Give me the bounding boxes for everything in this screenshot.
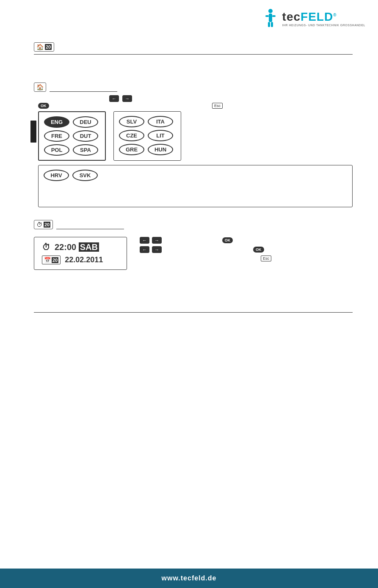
lang-btn-SLV[interactable]: SLV xyxy=(119,116,144,127)
logo-sub: IHR HEIZUNGS- UND TANKTECHNIK GROSSHANDE… xyxy=(282,24,365,27)
svg-point-0 xyxy=(268,9,273,13)
lang-btn-HRV[interactable]: HRV xyxy=(44,170,69,181)
clock-ok-btn-2[interactable]: OK xyxy=(253,247,264,253)
clock-cal-icon: 20 xyxy=(44,222,50,228)
section1-divider xyxy=(34,54,353,55)
time-row: ⏱ 22:00 SAB xyxy=(42,242,119,252)
house-icon: 🏠 xyxy=(36,44,44,50)
lang-icon-border: 🏠 20 xyxy=(34,42,54,52)
esc-btn-1[interactable]: Esc xyxy=(212,103,223,109)
arrow-left-btn[interactable]: ← xyxy=(109,95,119,102)
logo-brand: tecFELD® xyxy=(282,11,365,23)
arrow-right-btn[interactable]: → xyxy=(122,95,132,102)
svg-rect-5 xyxy=(271,22,273,27)
lang-btn-LIT[interactable]: LIT xyxy=(148,130,173,141)
lang-icon-box: 🏠 20 xyxy=(34,42,353,52)
lang-row-2-2: CZE LIT xyxy=(119,130,176,141)
date-cal-num: 20 xyxy=(52,257,58,263)
lang-row-1-2: FRE DUT xyxy=(44,130,100,142)
lang-row-1-1: ENG DEU xyxy=(44,116,100,128)
section1-line-text xyxy=(59,44,127,50)
lang-panels-container: ENG DEU FRE DUT POL SPA SLV ITA xyxy=(38,111,353,161)
lang-panel-3-container: HRV SVK xyxy=(38,165,353,207)
subsection-header: 🏠 xyxy=(34,82,353,92)
lang-btn-ENG[interactable]: ENG xyxy=(44,116,69,128)
header: tecFELD® IHR HEIZUNGS- UND TANKTECHNIK G… xyxy=(0,0,378,34)
lang-row-2-3: GRE HUN xyxy=(119,144,176,155)
spacer2 xyxy=(34,270,353,304)
lang-btn-DUT[interactable]: DUT xyxy=(73,130,98,142)
clock-symbol: ⏱ xyxy=(42,242,50,252)
clock-instr-2-text xyxy=(166,247,251,253)
subsection-lang: 🏠 ← → OK xyxy=(34,82,353,207)
ok-esc-row1: OK Esc xyxy=(38,103,353,109)
clock-instr-3: Esc xyxy=(140,256,271,261)
time-value: 22:00 SAB xyxy=(55,242,99,252)
date-icon-box: 📅 20 xyxy=(42,256,61,264)
clock-esc-btn[interactable]: Esc xyxy=(261,256,271,261)
subsection-icon-border: 🏠 xyxy=(34,82,46,92)
lang-panel-2: SLV ITA CZE LIT GRE HUN xyxy=(113,111,181,161)
lang-btn-DEU[interactable]: DEU xyxy=(73,116,98,128)
lang-btn-GRE[interactable]: GRE xyxy=(119,144,144,155)
clock-arrow-left-2[interactable]: ← xyxy=(140,246,149,253)
logo: tecFELD® IHR HEIZUNGS- UND TANKTECHNIK G… xyxy=(261,8,365,30)
house-icon-2: 🏠 xyxy=(36,84,44,91)
clock-icon-border: ⏱ 20 xyxy=(34,220,53,229)
svg-rect-4 xyxy=(268,22,270,27)
main-content: 🏠 20 🏠 xyxy=(0,34,378,569)
clock-instr-1: ← → OK xyxy=(140,237,271,244)
bottom-divider xyxy=(34,312,353,313)
day-value: SAB xyxy=(79,242,99,252)
clock-ok-btn[interactable]: OK xyxy=(222,237,233,243)
lang-row-2-1: SLV ITA xyxy=(119,116,176,127)
clock-arrow-right-1[interactable]: → xyxy=(152,237,162,244)
clock-instr-2: ← → OK xyxy=(140,246,271,253)
footer-url: www.tecfeld.de xyxy=(162,574,217,582)
section-language-header: 🏠 20 xyxy=(34,42,353,55)
lang-btn-ITA[interactable]: ITA xyxy=(148,116,173,127)
clock-instr-1-text xyxy=(166,237,220,243)
clock-display-panel: ⏱ 22:00 SAB 📅 20 22.02.2011 xyxy=(34,237,127,270)
ok-text xyxy=(52,103,210,109)
clock-arrow-right-2[interactable]: → xyxy=(152,246,162,253)
svg-rect-3 xyxy=(272,15,276,17)
clock-content-row: ⏱ 22:00 SAB 📅 20 22.02.2011 ← → xyxy=(34,233,353,270)
ok-btn-1[interactable]: OK xyxy=(38,103,49,109)
logo-feld: FELD xyxy=(301,10,333,23)
logo-icon xyxy=(261,8,280,30)
clock-arrow-left-1[interactable]: ← xyxy=(140,237,149,244)
footer: www.tecfeld.de xyxy=(0,569,378,588)
date-icon: 📅 xyxy=(44,257,51,263)
spacer1 xyxy=(34,62,353,75)
lang-btn-FRE[interactable]: FRE xyxy=(44,130,69,142)
svg-rect-2 xyxy=(265,15,269,17)
clock-header-row: ⏱ 20 xyxy=(34,220,353,229)
clock-instructions: ← → OK ← → O xyxy=(140,233,271,261)
logo-reg: ® xyxy=(333,12,337,17)
black-tab xyxy=(30,121,36,143)
nav-arrows-row: ← → xyxy=(38,95,353,102)
lang-row-1-3: POL SPA xyxy=(44,144,100,156)
clock-icon: ⏱ xyxy=(36,221,42,228)
date-value: 22.02.2011 xyxy=(65,256,103,264)
logo-text: tecFELD® IHR HEIZUNGS- UND TANKTECHNIK G… xyxy=(282,11,365,27)
lang-row-3-1: HRV SVK xyxy=(44,170,347,181)
lang-panel-1: ENG DEU FRE DUT POL SPA xyxy=(38,111,106,161)
lang-btn-POL[interactable]: POL xyxy=(44,144,69,156)
nav-instruction-text xyxy=(38,96,106,102)
subsection-underline xyxy=(50,84,117,92)
lang-btn-HUN[interactable]: HUN xyxy=(148,144,173,155)
svg-rect-1 xyxy=(269,14,272,22)
lang-btn-SPA[interactable]: SPA xyxy=(73,144,98,156)
cal-icon-20: 20 xyxy=(45,44,52,50)
lang-panel-3: HRV SVK xyxy=(38,165,353,207)
lang-btn-SVK[interactable]: SVK xyxy=(72,170,98,181)
clock-header-underline xyxy=(56,221,124,229)
logo-tec: tec xyxy=(282,10,301,23)
section-clock: ⏱ 20 ⏱ 22:00 SAB 📅 20 22.02.2011 xyxy=(34,220,353,270)
date-row: 📅 20 22.02.2011 xyxy=(42,256,119,264)
clock-instr-3-text xyxy=(140,256,258,261)
lang-btn-CZE[interactable]: CZE xyxy=(119,130,144,141)
